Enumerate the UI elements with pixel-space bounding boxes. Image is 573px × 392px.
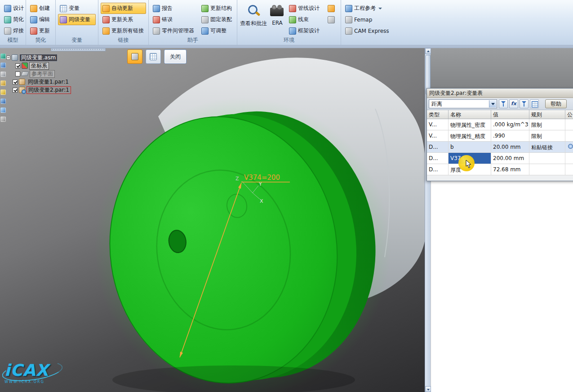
cell-formula[interactable] xyxy=(565,119,573,130)
column-header-value[interactable]: 值 xyxy=(491,110,529,119)
cell-rule[interactable] xyxy=(529,153,565,164)
cell-type[interactable]: V... xyxy=(427,130,449,141)
help-button[interactable]: 帮助 xyxy=(545,99,567,108)
cell-type[interactable]: D... xyxy=(427,164,449,175)
cell-value[interactable]: .000 kg/m^3 xyxy=(491,119,529,130)
simplify-button[interactable]: 简化 xyxy=(2,14,23,25)
filter-dropdown[interactable]: 距离 xyxy=(429,99,497,108)
table-row[interactable]: D... 厚度 72.68 mm xyxy=(427,164,573,175)
cell-formula[interactable] xyxy=(565,130,573,141)
cell-formula[interactable] xyxy=(565,164,573,175)
group-label-simplify[interactable]: 简化 xyxy=(26,36,55,44)
error-button[interactable]: 错误 xyxy=(151,14,200,25)
cell-formula[interactable] xyxy=(565,142,573,152)
cam-express-button[interactable]: CAM Express xyxy=(343,25,395,36)
dimension-text[interactable]: V374=200 xyxy=(244,174,280,182)
environment-extra-button-1[interactable] xyxy=(326,3,337,14)
table-row-selected[interactable]: D... V374 200.00 mm xyxy=(427,153,573,164)
tree-item-part2[interactable]: 同级变量2.par:1 xyxy=(27,86,71,94)
dropdown-arrow-icon[interactable] xyxy=(489,100,496,107)
create-button[interactable]: 创建 xyxy=(28,3,53,14)
table-row[interactable]: D... b 20.00 mm 粘贴链接 xyxy=(427,142,573,153)
cell-formula[interactable] xyxy=(565,153,573,164)
edgebar-tab-4-icon[interactable] xyxy=(0,80,6,86)
tree-row-coordinate[interactable]: 坐标系 xyxy=(6,62,71,70)
view-annotate-button[interactable]: 查看和批注 xyxy=(240,3,267,32)
column-header-rule[interactable]: 规则 xyxy=(529,110,565,119)
part2-checkbox[interactable] xyxy=(13,88,18,93)
tree-row-part2[interactable]: 同级变量2.par:1 xyxy=(6,86,71,94)
environment-extra-button-2[interactable] xyxy=(326,14,337,25)
cell-name[interactable]: b xyxy=(449,142,491,152)
interpart-manager-button[interactable]: 零件间管理器 xyxy=(151,25,200,36)
frame-button[interactable]: 框架设计 xyxy=(287,25,326,36)
edgebar-tab-8-icon[interactable] xyxy=(0,116,6,122)
tree-item-part1[interactable]: 同级变量1.par:1 xyxy=(27,79,70,85)
table-row[interactable]: V... 物理属性_精度 .990 限制 xyxy=(427,130,573,142)
update-button[interactable]: 更新 xyxy=(28,25,53,36)
weld-button[interactable]: 焊接 xyxy=(2,25,23,36)
variables-button[interactable]: 变量 xyxy=(58,3,96,14)
edit-button[interactable]: 编辑 xyxy=(28,14,53,25)
scroll-down-icon[interactable] xyxy=(425,386,431,392)
tree-expander-icon[interactable] xyxy=(6,56,10,60)
table-row[interactable]: V... 物理属性_密度 .000 kg/m^3 限制 xyxy=(427,119,573,130)
filter-icon[interactable] xyxy=(499,99,508,108)
edgebar-tab-6-icon[interactable] xyxy=(0,98,6,104)
engineering-reference-button[interactable]: 工程参考 xyxy=(343,3,395,14)
update-structure-button[interactable]: 更新结构 xyxy=(200,3,234,14)
variable-table-titlebar[interactable]: 同级变量2.par:变量表 xyxy=(427,89,573,98)
tree-item-ref-planes[interactable]: 参考平面 xyxy=(30,70,55,78)
era-button[interactable]: ERA xyxy=(267,3,287,32)
edgebar-tab-1-icon[interactable] xyxy=(0,53,6,59)
command-bar-button-1[interactable] xyxy=(127,49,142,64)
cell-rule[interactable]: 限制 xyxy=(529,119,565,130)
cell-value[interactable]: 200.00 mm xyxy=(491,153,529,164)
edgebar-tab-7-icon[interactable] xyxy=(0,107,6,113)
auto-update-button[interactable]: 自动更新 xyxy=(101,3,146,14)
report-button[interactable]: 报告 xyxy=(151,3,200,14)
cell-rule[interactable]: 粘贴链接 xyxy=(529,142,565,152)
edgebar-tab-3-icon[interactable] xyxy=(0,71,6,77)
cell-type[interactable]: D... xyxy=(427,142,449,152)
fixed-assembly-button[interactable]: 固定装配 xyxy=(200,14,234,25)
group-label-assistant[interactable]: 助手 xyxy=(149,36,237,44)
cell-name[interactable]: 物理属性_密度 xyxy=(449,119,491,130)
peer-variables-button[interactable]: 同级变量 xyxy=(58,14,96,25)
tree-row-part1[interactable]: 同级变量1.par:1 xyxy=(6,78,71,86)
femap-button[interactable]: Femap xyxy=(343,14,395,25)
coordinate-checkbox[interactable] xyxy=(15,63,20,68)
edgebar-tab-2-icon[interactable] xyxy=(0,62,6,68)
cell-rule[interactable]: 限制 xyxy=(529,130,565,141)
tree-row-ref-planes[interactable]: 参考平面 xyxy=(6,70,71,78)
update-relations-button[interactable]: 更新关系 xyxy=(101,14,146,25)
cell-value[interactable]: .990 xyxy=(491,130,529,141)
ref-planes-checkbox[interactable] xyxy=(15,71,20,76)
close-button[interactable]: 关闭 xyxy=(164,49,187,64)
tree-item-coordinate[interactable]: 坐标系 xyxy=(29,62,49,70)
toolbar-drag-handle[interactable] xyxy=(51,48,106,51)
filter-edit-icon[interactable] xyxy=(520,99,529,108)
adjustable-button[interactable]: 可调整 xyxy=(200,25,234,36)
cell-type[interactable]: V... xyxy=(427,119,449,130)
harness-button[interactable]: 线束 xyxy=(287,14,326,25)
group-label-links[interactable]: 链接 xyxy=(98,36,148,44)
design-button[interactable]: 设计 xyxy=(2,3,23,14)
group-label-model[interactable]: 模型 xyxy=(0,36,26,44)
cell-name[interactable]: 物理属性_精度 xyxy=(449,130,491,141)
group-label-environment[interactable]: 环境 xyxy=(237,36,341,44)
command-bar-button-2[interactable] xyxy=(146,49,161,64)
part1-checkbox[interactable] xyxy=(13,80,18,85)
cell-rule[interactable] xyxy=(529,164,565,175)
scroll-up-icon[interactable] xyxy=(425,48,431,54)
column-header-type[interactable]: 类型 xyxy=(427,110,449,119)
cell-value[interactable]: 72.68 mm xyxy=(491,164,529,175)
column-header-name[interactable]: 名称 xyxy=(449,110,491,119)
edgebar-tab-5-icon[interactable] xyxy=(0,89,6,95)
formula-filter-icon[interactable]: fx xyxy=(509,99,518,108)
group-label-variables[interactable]: 变量 xyxy=(56,36,98,44)
table-options-icon[interactable] xyxy=(530,99,539,108)
tree-row-root[interactable]: 同级变量.asm xyxy=(6,53,71,62)
update-all-links-button[interactable]: 更新所有链接 xyxy=(101,25,146,36)
column-header-formula[interactable]: 公 xyxy=(565,110,573,119)
